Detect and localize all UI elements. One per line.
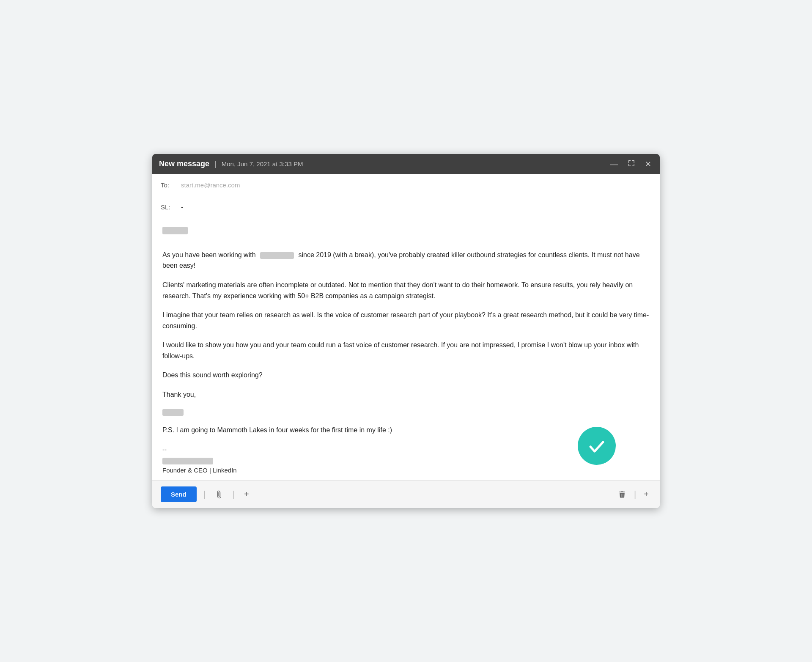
ps-line: P.S. I am going to Mammoth Lakes in four… (162, 425, 650, 436)
paragraph-2: Clients' marketing materials are often i… (162, 280, 650, 301)
toolbar-divider-1: | (203, 489, 206, 499)
paragraph-5: Does this sound worth exploring? (162, 370, 650, 381)
titlebar: New message | Mon, Jun 7, 2021 at 3:33 P… (152, 154, 660, 174)
paragraph-1: As you have been working with since 2019… (162, 250, 650, 271)
attach-button[interactable] (212, 489, 226, 500)
compose-window: New message | Mon, Jun 7, 2021 at 3:33 P… (152, 154, 660, 508)
sig-separator: -- (162, 444, 650, 455)
toolbar-left: Send | | + (161, 486, 252, 502)
checkmark-circle (578, 427, 616, 465)
to-field-row: To: start.me@rance.com (152, 174, 660, 196)
check-icon (586, 435, 607, 456)
more-options-button[interactable]: + (241, 488, 252, 501)
close-button[interactable]: ✕ (643, 159, 653, 169)
paragraph-3: I imagine that your team relies on resea… (162, 310, 650, 331)
titlebar-left: New message | Mon, Jun 7, 2021 at 3:33 P… (159, 159, 303, 168)
titlebar-controls: — ✕ (609, 159, 653, 169)
checkmark-badge (578, 427, 616, 465)
ps-section: P.S. I am going to Mammoth Lakes in four… (162, 425, 650, 436)
blurred-sender-name (162, 409, 184, 416)
sl-value[interactable]: - (181, 203, 183, 211)
toolbar-divider-3: | (634, 489, 636, 499)
titlebar-datetime: Mon, Jun 7, 2021 at 3:33 PM (222, 160, 303, 168)
sl-field-row: SL: - (152, 196, 660, 218)
to-label: To: (161, 181, 178, 189)
extra-options-button[interactable]: + (641, 488, 651, 501)
blurred-full-name (162, 458, 213, 464)
send-button[interactable]: Send (161, 486, 197, 502)
window-title: New message (159, 159, 209, 168)
greeting-blurred-name (162, 227, 188, 234)
toolbar: Send | | + | + (152, 480, 660, 508)
minimize-button[interactable]: — (609, 159, 620, 169)
toolbar-divider-2: | (233, 489, 235, 499)
paragraph-4: I would like to show you how you and you… (162, 340, 650, 361)
sl-label: SL: (161, 203, 178, 211)
delete-button[interactable] (615, 489, 629, 500)
to-value[interactable]: start.me@rance.com (181, 181, 651, 189)
toolbar-right: | + (615, 488, 651, 501)
expand-button[interactable] (626, 159, 636, 169)
signature-area: -- Founder & CEO | LinkedIn (162, 444, 650, 476)
titlebar-divider: | (214, 159, 217, 168)
closing: Thank you, (162, 389, 650, 400)
sig-title: Founder & CEO | LinkedIn (162, 464, 650, 476)
blurred-company (260, 252, 294, 259)
email-body[interactable]: As you have been working with since 2019… (152, 218, 660, 481)
